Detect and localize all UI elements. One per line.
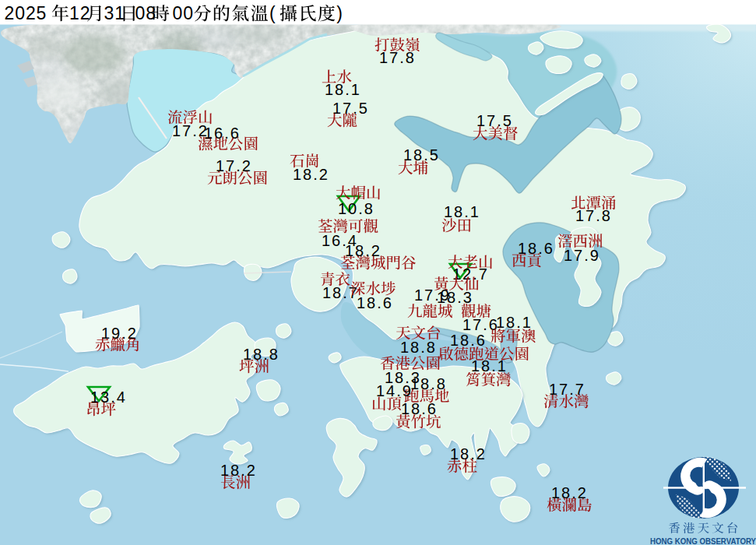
svg-text:18.8: 18.8 (410, 375, 447, 392)
svg-text:18.6: 18.6 (450, 332, 487, 349)
svg-text:18.6: 18.6 (357, 294, 393, 311)
svg-text:18.6: 18.6 (518, 240, 554, 257)
svg-text:13.4: 13.4 (90, 389, 127, 406)
svg-text:18.8: 18.8 (243, 346, 280, 363)
svg-text:18.1: 18.1 (471, 357, 508, 374)
svg-text:2025: 2025 (5, 3, 47, 23)
svg-text:17.2: 17.2 (216, 157, 252, 174)
svg-text:12.7: 12.7 (452, 265, 489, 283)
svg-text:31: 31 (104, 3, 125, 23)
svg-text:HONG KONG OBSERVATORY: HONG KONG OBSERVATORY (650, 536, 756, 545)
svg-text:18.1: 18.1 (444, 203, 480, 220)
svg-text:17.8: 17.8 (379, 49, 416, 66)
svg-text:00: 00 (173, 3, 194, 23)
svg-text:16.6: 16.6 (204, 125, 241, 142)
svg-text:18.2: 18.2 (345, 242, 382, 259)
svg-text:18.2: 18.2 (551, 484, 588, 501)
svg-text:18.6: 18.6 (401, 400, 438, 417)
svg-text:19.2: 19.2 (101, 325, 138, 342)
svg-text:17.9: 17.9 (414, 287, 451, 304)
svg-text:18.2: 18.2 (450, 445, 487, 462)
svg-text:17.5: 17.5 (332, 100, 369, 117)
svg-text:18.1: 18.1 (496, 314, 533, 331)
svg-text:17.2: 17.2 (172, 122, 209, 139)
svg-text:18.8: 18.8 (400, 339, 437, 356)
svg-text:17.5: 17.5 (476, 112, 513, 129)
svg-text:12: 12 (69, 3, 90, 23)
svg-text:18.5: 18.5 (403, 146, 440, 164)
svg-text:18.2: 18.2 (293, 166, 329, 183)
svg-text:17.7: 17.7 (549, 381, 585, 398)
svg-text:17.8: 17.8 (575, 207, 612, 224)
svg-text:18.2: 18.2 (220, 462, 257, 479)
svg-text:17.6: 17.6 (462, 316, 499, 333)
svg-text:10.8: 10.8 (338, 200, 374, 217)
svg-text:(: ( (269, 3, 276, 23)
svg-text:14.9: 14.9 (376, 382, 413, 399)
svg-text:18.1: 18.1 (325, 81, 361, 98)
svg-text:): ) (336, 3, 343, 23)
svg-text:17.9: 17.9 (564, 247, 600, 264)
